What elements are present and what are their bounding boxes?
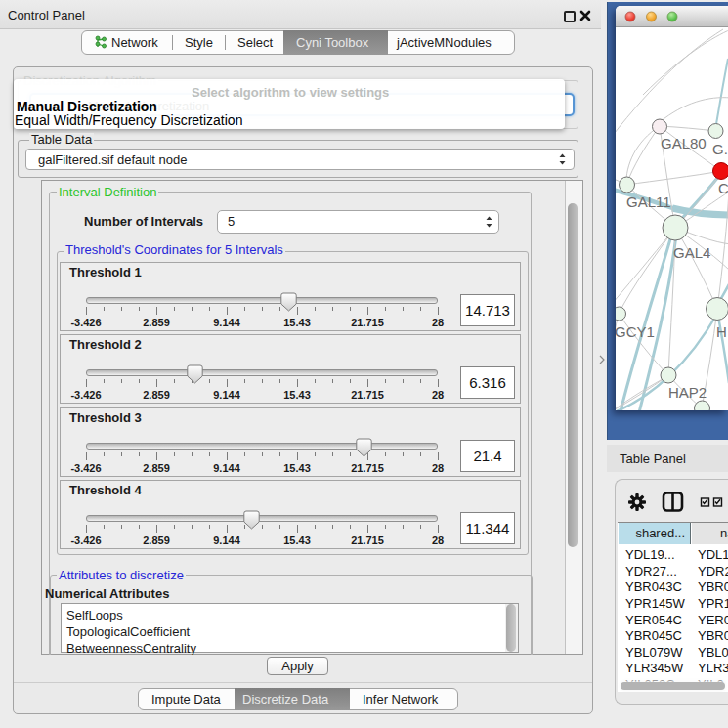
svg-text:GCY1: GCY1 <box>616 323 655 340</box>
svg-text:H: H <box>716 323 727 340</box>
svg-text:HAP2: HAP2 <box>668 384 707 401</box>
svg-text:GAL80: GAL80 <box>661 135 707 151</box>
svg-text:G.: G. <box>712 141 728 157</box>
svg-text:GAL4: GAL4 <box>673 244 710 261</box>
svg-text:GAL11: GAL11 <box>626 193 671 210</box>
svg-text:C: C <box>718 180 728 196</box>
